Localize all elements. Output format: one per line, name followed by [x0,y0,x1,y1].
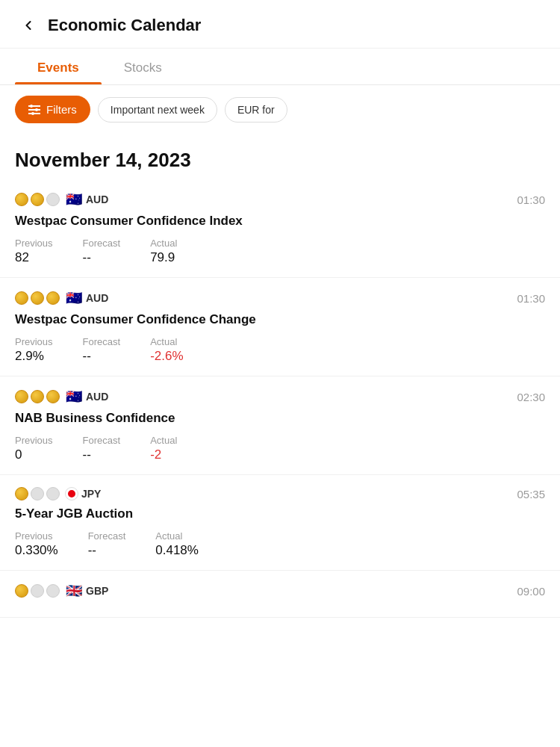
currency-code: AUD [86,193,108,205]
event-stats: Previous 2.9% Forecast -- Actual -2.6% [15,336,545,364]
svg-point-4 [35,108,38,111]
forecast-value: -- [88,543,126,558]
event-card: JPY 05:35 5-Year JGB Auction Previous 0.… [0,475,560,571]
event-left: 🇦🇺 AUD [15,290,108,306]
actual-value: -2 [150,447,177,462]
stat-previous: Previous 82 [15,238,53,265]
impact-coins [15,487,60,500]
event-left: 🇦🇺 AUD [15,191,108,208]
event-time: 09:00 [517,585,545,598]
event-meta: JPY 05:35 [15,487,545,500]
stat-actual: Actual -2.6% [150,336,183,364]
impact-coins [15,291,60,305]
currency-badge: 🇦🇺 AUD [66,191,108,208]
date-section: November 14, 2023 [0,134,560,179]
filters-icon [28,105,40,115]
stat-forecast: Forecast -- [88,530,126,558]
previous-value: 0 [15,447,53,462]
tab-stocks[interactable]: Stocks [102,49,184,84]
event-stats: Previous 0.330% Forecast -- Actual 0.418… [15,530,545,558]
jpy-flag-icon [66,488,78,500]
svg-point-5 [31,112,34,115]
forecast-label: Forecast [88,530,126,542]
filters-label: Filters [46,103,77,116]
event-left: 🇦🇺 AUD [15,388,108,405]
impact-coins [15,193,60,206]
svg-point-3 [30,105,33,108]
previous-value: 2.9% [15,349,53,364]
coin-2 [31,584,44,598]
coin-3 [46,584,60,598]
coin-2 [31,291,44,305]
event-meta: 🇦🇺 AUD 01:30 [15,191,545,208]
stat-previous: Previous 2.9% [15,336,53,364]
previous-value: 0.330% [15,543,58,558]
event-time: 02:30 [517,391,545,403]
event-time: 05:35 [517,488,545,500]
currency-code: AUD [86,292,108,304]
previous-label: Previous [15,530,58,542]
currency-code: JPY [81,488,101,500]
currency-badge: JPY [66,488,101,500]
stat-forecast: Forecast -- [83,238,121,265]
event-meta: 🇬🇧 GBP 09:00 [15,583,545,599]
coin-1 [15,193,28,206]
event-card: 🇦🇺 AUD 02:30 NAB Business Confidence Pre… [0,376,560,475]
coin-1 [15,291,28,305]
aud-flag-icon: 🇦🇺 [66,388,82,405]
event-title[interactable]: NAB Business Confidence [15,411,545,426]
coin-1 [15,390,28,403]
stat-forecast: Forecast -- [83,435,121,462]
coin-3 [46,291,60,305]
coin-2 [31,390,44,403]
impact-coins [15,584,60,598]
currency-code: AUD [86,391,108,403]
event-title[interactable]: 5-Year JGB Auction [15,506,545,521]
currency-code: GBP [86,585,108,597]
actual-label: Actual [150,238,177,249]
back-button[interactable] [15,12,42,39]
header: Economic Calendar [0,0,560,49]
actual-value: 0.418% [155,543,199,558]
coin-3 [46,390,60,403]
coin-1 [15,584,28,598]
forecast-value: -- [83,447,121,462]
date-heading: November 14, 2023 [15,149,545,172]
event-title[interactable]: Westpac Consumer Confidence Index [15,214,545,229]
event-time: 01:30 [517,292,545,305]
chip-important-next-week[interactable]: Important next week [98,97,217,123]
coin-1 [15,487,28,500]
stat-forecast: Forecast -- [83,336,121,364]
currency-badge: 🇦🇺 AUD [66,290,108,306]
event-left: JPY [15,487,101,500]
tab-events[interactable]: Events [15,49,102,84]
coin-3 [46,487,60,500]
event-time: 01:30 [517,193,545,206]
previous-label: Previous [15,336,53,347]
coin-2 [31,487,44,500]
aud-flag-icon: 🇦🇺 [66,191,82,208]
event-meta: 🇦🇺 AUD 01:30 [15,290,545,306]
impact-coins [15,390,60,403]
stat-actual: Actual 79.9 [150,238,177,265]
forecast-value: -- [83,250,121,265]
event-title[interactable]: Westpac Consumer Confidence Change [15,312,545,327]
event-card: 🇦🇺 AUD 01:30 Westpac Consumer Confidence… [0,179,560,278]
event-left: 🇬🇧 GBP [15,583,108,599]
page-title: Economic Calendar [48,16,201,35]
actual-value: 79.9 [150,250,177,265]
coin-3 [46,193,60,206]
actual-label: Actual [150,435,177,446]
stat-actual: Actual -2 [150,435,177,462]
filter-bar: Filters Important next week EUR for [0,85,560,134]
chip-eur-for[interactable]: EUR for [225,97,287,123]
forecast-label: Forecast [83,336,121,347]
event-card: 🇦🇺 AUD 01:30 Westpac Consumer Confidence… [0,278,560,376]
actual-label: Actual [150,336,183,347]
filters-button[interactable]: Filters [15,96,90,123]
tabs-bar: Events Stocks [0,49,560,85]
previous-value: 82 [15,250,53,265]
actual-value: -2.6% [150,349,183,364]
actual-label: Actual [155,530,199,542]
stat-actual: Actual 0.418% [155,530,199,558]
